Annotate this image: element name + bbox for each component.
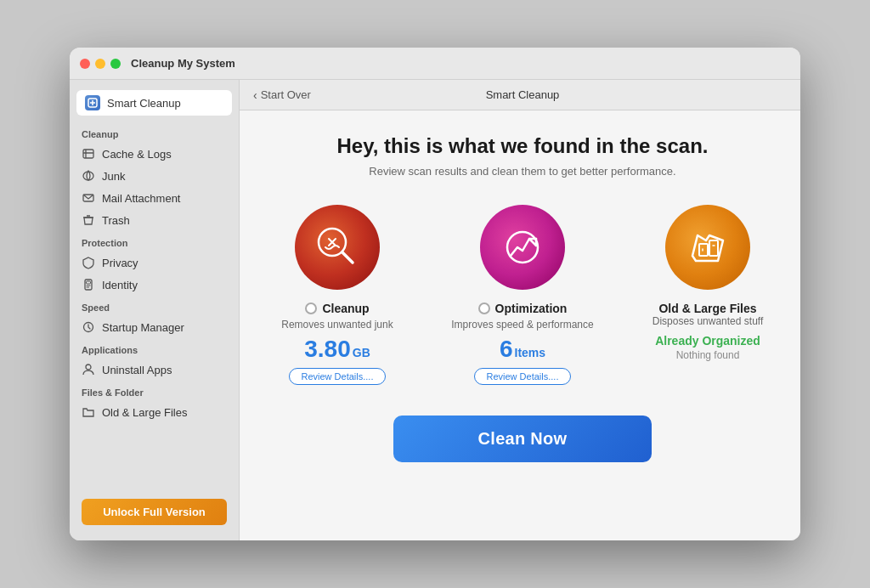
main-content: ‹ Start Over Smart Cleanup Hey, this is … (240, 80, 800, 540)
app-window: Cleanup My System Smart Cleanup Cleanup (70, 48, 800, 540)
cleanup-card-name: Cleanup (322, 302, 369, 315)
maximize-button[interactable] (110, 59, 121, 69)
startup-icon (82, 320, 95, 334)
close-button[interactable] (80, 59, 90, 69)
sidebar-label-uninstall-apps: Uninstall Apps (102, 364, 172, 376)
optimization-card-name: Optimization (495, 302, 568, 315)
unlock-full-version-button[interactable]: Unlock Full Version (82, 499, 227, 525)
back-chevron-icon: ‹ (253, 88, 257, 102)
svg-rect-11 (87, 281, 91, 284)
old-large-card: Old & Large Files Disposes unwanted stuf… (627, 205, 788, 361)
old-large-card-name: Old & Large Files (658, 302, 756, 315)
sidebar-section-protection: Protection (70, 231, 239, 252)
sidebar-section-files-folder: Files & Folder (70, 381, 239, 401)
content-header: ‹ Start Over Smart Cleanup (240, 80, 800, 110)
cleanup-card-icon (295, 205, 380, 290)
identity-icon (82, 278, 95, 291)
cleanup-value-row: 3.80 GB (304, 337, 370, 361)
sidebar: Smart Cleanup Cleanup Cache & Logs (70, 80, 240, 540)
smart-cleanup-label: Smart Cleanup (107, 97, 181, 110)
sidebar-item-uninstall-apps[interactable]: Uninstall Apps (70, 359, 239, 381)
optimization-review-button[interactable]: Review Details.... (474, 368, 572, 385)
traffic-lights (80, 59, 121, 69)
optimization-radio-row: Optimization (478, 302, 568, 315)
optimization-card-desc: Improves speed & performance (451, 319, 593, 331)
cleanup-unit: GB (353, 346, 370, 359)
sidebar-label-identity: Identity (102, 279, 138, 291)
cleanup-value: 3.80 (304, 337, 351, 361)
content-body: Hey, this is what we found in the scan. … (240, 110, 800, 540)
sidebar-label-startup-manager: Startup Manager (102, 321, 184, 334)
cards-row: Cleanup Removes unwanted junk 3.80 GB Re… (257, 205, 788, 385)
sidebar-label-junk: Junk (102, 170, 125, 183)
content-title: Smart Cleanup (486, 88, 560, 101)
sidebar-section-cleanup: Cleanup (70, 122, 239, 143)
svg-rect-22 (709, 240, 718, 256)
optimization-value: 6 (500, 337, 513, 361)
sidebar-item-junk[interactable]: Junk (70, 165, 239, 187)
privacy-icon (82, 256, 95, 269)
sidebar-spacer (70, 423, 239, 492)
sub-heading: Review scan results and clean them to ge… (369, 165, 675, 178)
back-button[interactable]: ‹ Start Over (253, 88, 311, 102)
old-large-nothing-label: Nothing found (676, 349, 740, 361)
uninstall-icon (82, 363, 95, 376)
svg-point-18 (507, 232, 538, 263)
optimization-radio[interactable] (478, 302, 490, 314)
sidebar-label-privacy: Privacy (102, 257, 138, 269)
sidebar-item-mail-attachment[interactable]: Mail Attachment (70, 187, 239, 209)
sidebar-label-mail-attachment: Mail Attachment (102, 192, 181, 205)
sidebar-section-applications: Applications (70, 338, 239, 359)
clean-now-button[interactable]: Clean Now (393, 416, 652, 462)
optimization-unit: Items (515, 346, 546, 359)
sidebar-label-cache-logs: Cache & Logs (102, 148, 172, 161)
old-large-card-icon (665, 205, 750, 290)
cache-logs-icon (82, 147, 95, 161)
sidebar-item-old-large-files[interactable]: Old & Large Files (70, 401, 239, 423)
svg-point-15 (86, 365, 91, 370)
optimization-value-row: 6 Items (500, 337, 545, 361)
sidebar-item-trash[interactable]: Trash (70, 209, 239, 231)
main-heading: Hey, this is what we found in the scan. (337, 134, 709, 158)
app-title: Cleanup My System (131, 57, 235, 70)
minimize-button[interactable] (95, 59, 105, 69)
trash-icon (82, 213, 95, 227)
sidebar-section-speed: Speed (70, 296, 239, 316)
optimization-card: Optimization Improves speed & performanc… (442, 205, 603, 385)
sidebar-item-identity[interactable]: Identity (70, 274, 239, 296)
cleanup-card: Cleanup Removes unwanted junk 3.80 GB Re… (257, 205, 418, 385)
sidebar-label-old-large-files: Old & Large Files (102, 406, 187, 419)
sidebar-item-smart-cleanup[interactable]: Smart Cleanup (76, 90, 232, 116)
smart-cleanup-icon (85, 95, 100, 110)
sidebar-item-startup-manager[interactable]: Startup Manager (70, 316, 239, 338)
sidebar-label-trash: Trash (102, 214, 130, 227)
old-large-card-desc: Disposes unwanted stuff (652, 315, 764, 327)
cleanup-radio[interactable] (305, 302, 317, 314)
old-large-files-icon (82, 405, 95, 419)
cleanup-radio-row: Cleanup (305, 302, 369, 315)
cleanup-review-button[interactable]: Review Details.... (289, 368, 387, 385)
svg-point-6 (83, 172, 93, 180)
svg-rect-3 (83, 150, 93, 158)
junk-icon (82, 169, 95, 183)
sidebar-item-cache-logs[interactable]: Cache & Logs (70, 143, 239, 165)
svg-rect-21 (699, 244, 708, 256)
mail-attachment-icon (82, 191, 95, 205)
main-layout: Smart Cleanup Cleanup Cache & Logs (70, 80, 800, 540)
back-label: Start Over (261, 88, 311, 101)
old-large-already-label: Already Organized (655, 334, 760, 348)
svg-line-17 (342, 252, 353, 263)
optimization-card-icon (480, 205, 565, 290)
cleanup-card-desc: Removes unwanted junk (281, 319, 393, 331)
titlebar: Cleanup My System (70, 48, 800, 80)
sidebar-item-privacy[interactable]: Privacy (70, 252, 239, 274)
